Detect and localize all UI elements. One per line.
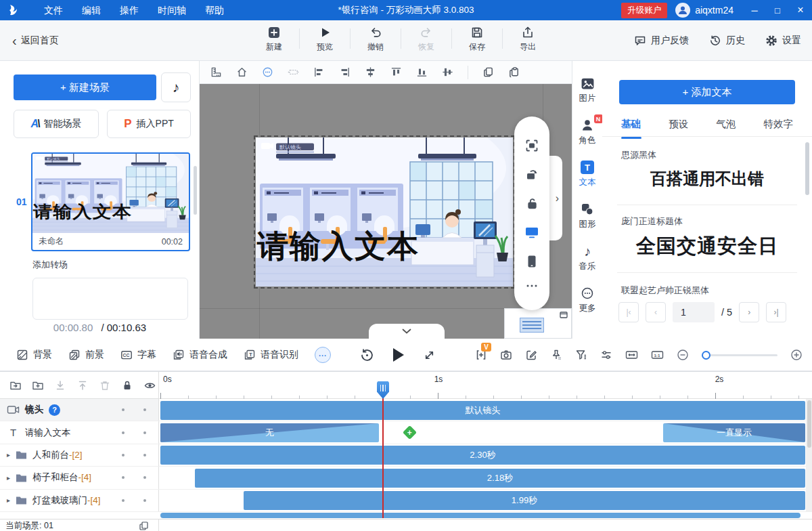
visibility-icon[interactable]: [143, 379, 156, 391]
align-top-icon[interactable]: [390, 66, 402, 78]
snapshot-icon[interactable]: [500, 349, 512, 361]
landscape-mode-icon[interactable]: [524, 226, 539, 239]
close-button[interactable]: ×: [789, 0, 812, 20]
background-button[interactable]: 背景: [16, 349, 52, 361]
menu-edit[interactable]: 编辑: [72, 0, 110, 20]
track-lane-text[interactable]: 无 + 一直显示: [159, 421, 812, 443]
add-text-button[interactable]: + 添加文本: [619, 80, 795, 104]
menu-timeline[interactable]: 时间轴: [148, 0, 196, 20]
text-enter-clip[interactable]: 无: [160, 423, 379, 442]
tab-preset[interactable]: 预设: [669, 115, 688, 136]
group-button[interactable]: V: [475, 349, 487, 361]
paste-icon[interactable]: [508, 66, 520, 78]
text-exit-clip[interactable]: 一直显示: [663, 423, 805, 442]
font-sample[interactable]: 全国交通安全日: [602, 233, 812, 260]
first-page-button[interactable]: |‹: [618, 302, 639, 322]
new-group-icon[interactable]: [32, 379, 44, 391]
history-button[interactable]: 历史: [709, 35, 745, 47]
smart-scene-button[interactable]: A\ 智能场景: [14, 110, 99, 138]
pill-more-icon[interactable]: [526, 284, 538, 288]
avatar[interactable]: [675, 3, 690, 18]
asr-button[interactable]: T 语音识别: [244, 349, 298, 361]
subtitle-button[interactable]: CC 字幕: [120, 349, 156, 361]
fullscreen-icon[interactable]: [423, 349, 436, 362]
adjust-icon[interactable]: [600, 349, 612, 361]
focus-frame-icon[interactable]: [525, 139, 539, 152]
transition-slot[interactable]: [32, 278, 188, 320]
settings-button[interactable]: 设置: [765, 35, 801, 47]
maximize-button[interactable]: □: [766, 0, 789, 20]
asset-tab-shape[interactable]: 图形: [579, 203, 596, 230]
next-page-button[interactable]: ›: [739, 302, 759, 322]
ruler-icon[interactable]: [210, 66, 222, 78]
scene-canvas[interactable]: 请输入文本 默认镜头: [256, 137, 513, 286]
asset-tab-text[interactable]: T 文本: [579, 161, 596, 188]
track-lane-group[interactable]: 1.99秒: [159, 490, 812, 511]
align-right-icon[interactable]: [339, 66, 351, 78]
play-button[interactable]: [393, 348, 404, 362]
minimap-window-icon[interactable]: [560, 312, 568, 318]
canvas-workspace[interactable]: 请输入文本 默认镜头 ›: [200, 84, 572, 339]
zoom-slider[interactable]: [702, 354, 777, 356]
undo-button[interactable]: 撤销: [351, 24, 401, 53]
align-bottom-icon[interactable]: [416, 66, 428, 78]
asset-tab-image[interactable]: 图片: [579, 77, 596, 104]
group-clip[interactable]: 2.18秒: [195, 469, 805, 488]
rotate-icon[interactable]: [525, 168, 539, 182]
track-indicators[interactable]: [122, 499, 146, 502]
align-left-icon[interactable]: [313, 66, 325, 78]
asset-tab-music[interactable]: ♪ 音乐: [579, 245, 596, 272]
asset-tab-more[interactable]: 更多: [579, 286, 596, 314]
portrait-mode-icon[interactable]: [527, 255, 537, 268]
zoom-in-icon[interactable]: [790, 349, 803, 361]
new-button[interactable]: 新建: [249, 24, 299, 53]
home-icon[interactable]: [236, 66, 248, 78]
redo-button[interactable]: 恢复: [401, 24, 451, 53]
preview-button[interactable]: 预览: [300, 24, 350, 53]
last-page-button[interactable]: ›|: [766, 302, 786, 322]
font-sample[interactable]: 百搭通用不出错: [602, 168, 812, 190]
timeline-collapse-tab[interactable]: [369, 324, 445, 339]
timeline-vscrollbar[interactable]: [806, 399, 812, 512]
page-input[interactable]: 1: [673, 302, 715, 322]
lock-icon[interactable]: [121, 379, 133, 391]
track-lane-camera[interactable]: 默认镜头: [159, 399, 812, 421]
minimap-panel[interactable]: [504, 308, 572, 339]
zoom-slider-knob[interactable]: [702, 351, 710, 360]
help-badge[interactable]: ?: [49, 404, 60, 416]
actual-size-icon[interactable]: 1:1: [651, 349, 664, 361]
track-indicators[interactable]: [122, 431, 146, 434]
pin-icon[interactable]: [550, 349, 562, 361]
export-button[interactable]: 导出: [503, 24, 553, 53]
fit-width-icon[interactable]: [625, 349, 638, 361]
track-indicators[interactable]: [122, 454, 146, 456]
foreground-button[interactable]: 前景: [68, 349, 104, 361]
insert-ppt-button[interactable]: P 插入PPT: [107, 110, 191, 138]
align-vcenter-icon[interactable]: [442, 66, 453, 78]
group-clip[interactable]: 2.30秒: [160, 446, 805, 465]
tab-effect-text[interactable]: 特效字: [763, 115, 793, 136]
track-indicators[interactable]: [122, 408, 146, 411]
scene-panel-scrollbar[interactable]: [194, 166, 197, 215]
track-label-group[interactable]: ▸ 人和前台-[2]: [0, 444, 159, 466]
distribute-icon[interactable]: [288, 66, 299, 78]
tts-button[interactable]: 语音合成: [173, 349, 227, 361]
upgrade-account-button[interactable]: 升级账户: [621, 3, 667, 18]
expand-caret-icon[interactable]: ▸: [7, 451, 10, 459]
feedback-button[interactable]: 用户反馈: [634, 35, 689, 47]
edit-icon[interactable]: [525, 349, 537, 361]
zoom-out-icon[interactable]: [677, 349, 689, 361]
menu-file[interactable]: 文件: [35, 0, 72, 20]
menu-action[interactable]: 操作: [110, 0, 148, 20]
tab-basic[interactable]: 基础: [621, 115, 641, 136]
add-keyframe-icon[interactable]: +: [403, 425, 417, 440]
more-options-icon[interactable]: [262, 66, 273, 78]
track-label-text[interactable]: T 请输入文本: [0, 421, 159, 443]
scene-thumbnail-card[interactable]: 请输入文本 默认镜头 未命名 00:02: [31, 152, 190, 251]
control-more-button[interactable]: ...: [315, 347, 331, 363]
copy-scene-icon[interactable]: [139, 521, 149, 531]
track-indicators[interactable]: [122, 476, 146, 479]
scene-music-button[interactable]: ♪: [161, 72, 191, 102]
move-up-icon[interactable]: [76, 379, 89, 391]
track-label-camera[interactable]: 镜头 ?: [0, 399, 159, 421]
